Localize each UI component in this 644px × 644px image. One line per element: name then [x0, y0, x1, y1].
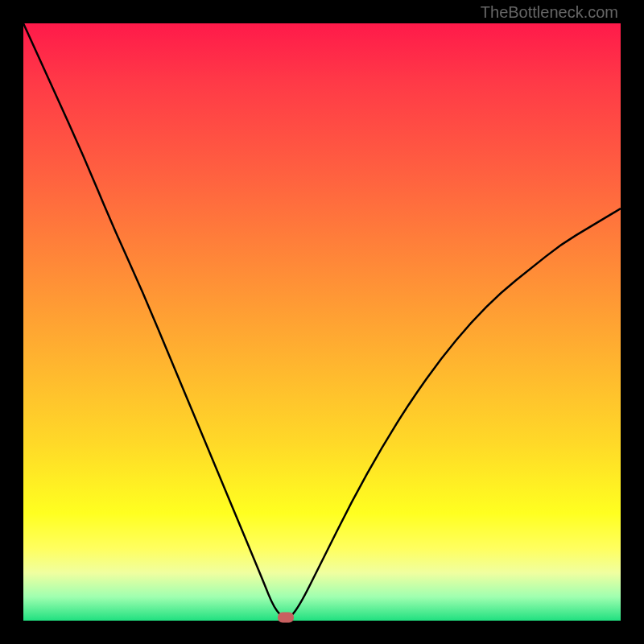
chart-container: TheBottleneck.com — [0, 0, 644, 644]
bottleneck-curve-path — [23, 23, 621, 617]
curve-layer — [23, 23, 621, 621]
watermark-text: TheBottleneck.com — [481, 3, 618, 22]
minimum-marker — [278, 613, 294, 623]
